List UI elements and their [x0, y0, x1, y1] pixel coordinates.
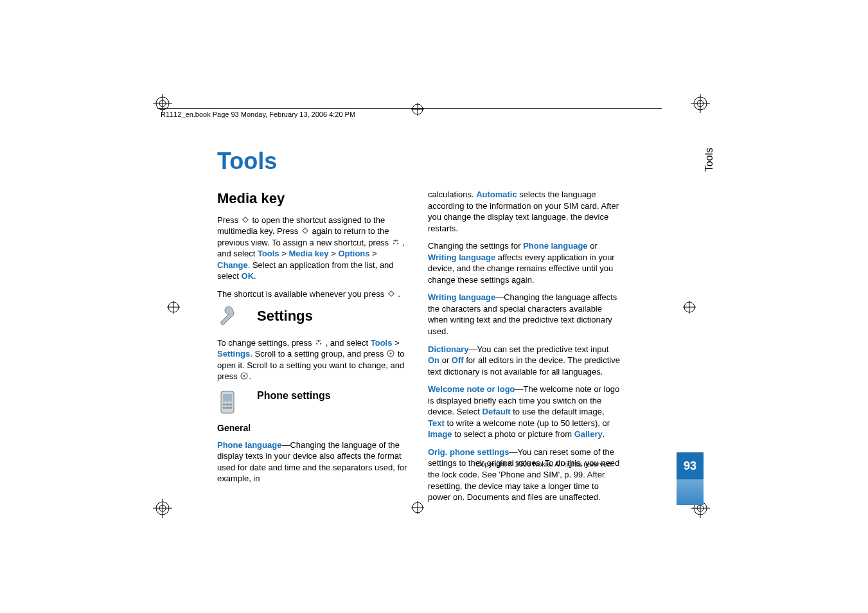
svg-rect-17: [229, 404, 232, 405]
phone-device-icon: [215, 389, 242, 416]
running-header: R1112_en.book Page 93 Monday, February 1…: [161, 111, 355, 118]
paragraph: Writing language—Changing the language a…: [428, 292, 621, 337]
chapter-title: Tools: [217, 148, 641, 175]
svg-rect-18: [223, 407, 226, 409]
svg-rect-14: [223, 394, 232, 402]
paragraph: calculations. Automatic selects the lang…: [428, 189, 621, 234]
menu-key-icon: [314, 338, 323, 347]
heading-general: General: [217, 422, 410, 434]
thumb-tab-strip: [677, 479, 704, 505]
svg-rect-20: [229, 407, 232, 409]
paragraph: Welcome note or logo—The welcome note or…: [428, 384, 621, 440]
heading-media-key: Media key: [217, 189, 410, 208]
crosshair-icon: [683, 301, 696, 314]
svg-rect-16: [226, 404, 229, 405]
menu-key-icon: [391, 238, 400, 247]
registration-mark-icon: [153, 499, 172, 518]
paragraph: Press to open the shortcut assigned to t…: [217, 215, 410, 282]
side-tab-label: Tools: [704, 148, 715, 172]
crosshair-icon: [167, 301, 180, 314]
nav-key-icon: [386, 349, 395, 358]
nav-key-icon: [240, 371, 249, 380]
copyright-line: Copyright © 2006 Nokia. All rights reser…: [217, 460, 613, 468]
paragraph: Changing the settings for Phone language…: [428, 240, 621, 285]
diamond-key-icon: [241, 215, 250, 224]
header-rule: [157, 108, 662, 109]
svg-rect-19: [226, 407, 229, 409]
heading-settings: Settings: [257, 306, 410, 326]
crosshair-icon: [411, 103, 424, 116]
page-number: 93: [677, 452, 704, 479]
diamond-key-icon: [387, 289, 396, 298]
paragraph: To change settings, press , and select T…: [217, 337, 410, 382]
settings-wrench-icon: [215, 304, 242, 331]
svg-rect-15: [223, 404, 226, 405]
paragraph: The shortcut is available whenever you p…: [217, 289, 410, 300]
paragraph: Dictionary—You can set the predictive te…: [428, 344, 621, 378]
diamond-key-icon: [301, 226, 310, 235]
registration-mark-icon: [691, 94, 710, 113]
heading-phone-settings: Phone settings: [257, 389, 410, 403]
paragraph: Orig. phone settings—You can reset some …: [428, 447, 621, 503]
